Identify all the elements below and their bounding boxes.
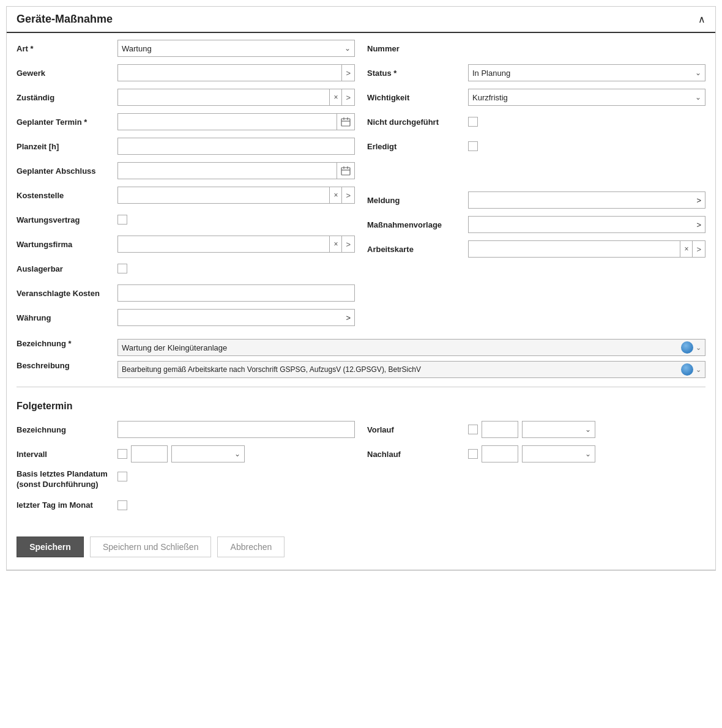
art-value: Wartung bbox=[122, 44, 152, 53]
planzeit-input[interactable]: 2,00 bbox=[117, 138, 355, 155]
nummer-label: Nummer bbox=[367, 44, 468, 53]
waehrung-arrow-icon: > bbox=[346, 313, 351, 322]
wichtigkeit-label: Wichtigkeit bbox=[367, 93, 468, 102]
zustaendig-arrow-icon[interactable]: > bbox=[341, 89, 354, 105]
zustaendig-label: Zuständig bbox=[17, 93, 117, 102]
massnahmenvorlage-field[interactable]: > bbox=[468, 216, 705, 233]
abbrechen-button[interactable]: Abbrechen bbox=[217, 537, 285, 557]
arbeitskarte-arrow-icon[interactable]: > bbox=[692, 241, 705, 257]
letzter-tag-checkbox[interactable] bbox=[117, 500, 127, 510]
nicht-durchgefuehrt-checkbox[interactable] bbox=[468, 117, 478, 127]
planzeit-label: Planzeit [h] bbox=[17, 142, 117, 151]
auslagerbar-label: Auslagerbar bbox=[17, 264, 117, 273]
bezeichnung-value: Wartung der Kleingüteranlage bbox=[122, 343, 676, 352]
wartungsfirma-arrow-icon[interactable]: > bbox=[341, 236, 354, 252]
veranschlagte-kosten-input[interactable] bbox=[117, 284, 355, 302]
bezeichnung-chevron-icon: ⌄ bbox=[696, 344, 701, 352]
geplanter-abschluss-calendar-icon[interactable] bbox=[337, 163, 354, 179]
geplanter-termin-calendar-icon[interactable] bbox=[337, 114, 354, 130]
kostenstelle-label: Kostenstelle bbox=[17, 191, 117, 200]
status-select[interactable]: In Planung ⌄ bbox=[468, 64, 705, 81]
geplanter-abschluss-input[interactable] bbox=[118, 163, 337, 179]
bezeichnung-field[interactable]: Wartung der Kleingüteranlage ⌄ bbox=[117, 339, 705, 356]
arbeitskarte-clear-icon[interactable]: × bbox=[680, 241, 692, 257]
massnahmenvorlage-label: Maßnahmenvorlage bbox=[367, 220, 468, 229]
gewerk-label: Gewerk bbox=[17, 69, 117, 78]
arbeitskarte-field: Aufzüge × > bbox=[468, 240, 705, 258]
speichern-button[interactable]: Speichern bbox=[17, 537, 84, 557]
geplanter-termin-input[interactable]: 15.03.2019 11:00 bbox=[118, 114, 337, 130]
art-label: Art * bbox=[17, 44, 117, 53]
zustaendig-clear-icon[interactable]: × bbox=[329, 89, 341, 105]
intervall-unit-select[interactable]: ⌄ bbox=[171, 445, 245, 462]
meldung-arrow-icon: > bbox=[696, 196, 701, 205]
nicht-durchgefuehrt-label: Nicht durchgeführt bbox=[367, 117, 468, 127]
waehrung-field[interactable]: > bbox=[117, 309, 355, 326]
nachlauf-unit-chevron-icon: ⌄ bbox=[585, 450, 591, 458]
beschreibung-field[interactable]: Bearbeitung gemäß Arbeitskarte nach Vors… bbox=[117, 361, 705, 378]
vorlauf-checkbox[interactable] bbox=[468, 425, 478, 434]
nachlauf-checkbox[interactable] bbox=[468, 449, 478, 459]
wichtigkeit-value: Kurzfristig bbox=[472, 93, 508, 102]
wartungsfirma-clear-icon[interactable]: × bbox=[329, 236, 341, 252]
status-label: Status * bbox=[367, 69, 468, 78]
wartungsfirma-input[interactable]: German Inspect bbox=[118, 236, 329, 252]
kostenstelle-clear-icon[interactable]: × bbox=[329, 187, 341, 203]
meldung-label: Meldung bbox=[367, 196, 468, 205]
bezeichnung-label: Bezeichnung * bbox=[17, 339, 117, 348]
wichtigkeit-chevron-icon: ⌄ bbox=[695, 93, 701, 102]
folgetermin-intervall-label: Intervall bbox=[17, 450, 117, 459]
status-value: In Planung bbox=[472, 69, 510, 78]
kostenstelle-input[interactable]: 7001020, Parkhaus bbox=[118, 187, 329, 203]
gewerk-input[interactable]: Parksysteme, Fahrtreppen bbox=[118, 65, 341, 81]
gewerk-arrow-icon[interactable]: > bbox=[341, 65, 354, 81]
geplanter-abschluss-field bbox=[117, 162, 355, 179]
intervall-checkbox[interactable] bbox=[117, 449, 127, 459]
bezeichnung-globe-icon[interactable] bbox=[681, 341, 693, 354]
erledigt-checkbox[interactable] bbox=[468, 141, 478, 151]
veranschlagte-kosten-label: Veranschlagte Kosten bbox=[17, 289, 117, 298]
arbeitskarte-label: Arbeitskarte bbox=[367, 245, 468, 254]
meldung-field[interactable]: > bbox=[468, 191, 705, 209]
beschreibung-chevron-icon: ⌄ bbox=[696, 366, 701, 374]
wartungsvertrag-label: Wartungsvertrag bbox=[17, 215, 117, 225]
nachlauf-label: Nachlauf bbox=[367, 450, 468, 459]
wartungsfirma-label: Wartungsfirma bbox=[17, 240, 117, 249]
vorlauf-value-input[interactable] bbox=[482, 421, 518, 438]
beschreibung-globe-icon[interactable] bbox=[681, 363, 693, 376]
zustaendig-input[interactable]: Kirsten, Stephan bbox=[118, 89, 329, 105]
vorlauf-label: Vorlauf bbox=[367, 425, 468, 434]
nachlauf-value-input[interactable] bbox=[482, 445, 518, 462]
auslagerbar-checkbox[interactable] bbox=[117, 264, 127, 273]
folgetermin-title: Folgetermin bbox=[7, 393, 715, 414]
gewerk-field: Parksysteme, Fahrtreppen > bbox=[117, 64, 355, 81]
art-chevron-icon: ⌄ bbox=[344, 44, 351, 53]
geplanter-termin-label: Geplanter Termin * bbox=[17, 117, 117, 127]
beschreibung-label: Beschreibung bbox=[17, 361, 117, 370]
basis-plandatum-checkbox[interactable] bbox=[117, 472, 127, 481]
folgetermin-bezeichnung-input[interactable] bbox=[117, 421, 355, 438]
speichern-schliessen-button[interactable]: Speichern und Schließen bbox=[90, 537, 211, 557]
basis-plandatum-label: Basis letztes Plandatum (sonst Durchführ… bbox=[17, 469, 117, 490]
nachlauf-unit-select[interactable]: ⌄ bbox=[522, 445, 595, 462]
waehrung-label: Währung bbox=[17, 313, 117, 322]
wartungsfirma-field: German Inspect × > bbox=[117, 236, 355, 253]
geplanter-termin-field: 15.03.2019 11:00 bbox=[117, 113, 355, 130]
intervall-value-input[interactable] bbox=[131, 445, 168, 462]
kostenstelle-arrow-icon[interactable]: > bbox=[341, 187, 354, 203]
vorlauf-unit-select[interactable]: ⌄ bbox=[522, 421, 595, 438]
section-title: Geräte-Maßnahme bbox=[17, 13, 113, 26]
svg-rect-4 bbox=[341, 168, 350, 175]
kostenstelle-field: 7001020, Parkhaus × > bbox=[117, 187, 355, 204]
intervall-unit-chevron-icon: ⌄ bbox=[234, 450, 240, 458]
wartungsvertrag-checkbox[interactable] bbox=[117, 215, 127, 225]
art-select[interactable]: Wartung ⌄ bbox=[117, 40, 355, 57]
letzter-tag-label: letzter Tag im Monat bbox=[17, 500, 117, 510]
folgetermin-bezeichnung-label: Bezeichnung bbox=[17, 425, 117, 434]
status-chevron-icon: ⌄ bbox=[695, 69, 701, 77]
wichtigkeit-select[interactable]: Kurzfristig ⌄ bbox=[468, 89, 705, 106]
collapse-icon[interactable]: ∧ bbox=[698, 13, 705, 25]
zustaendig-field: Kirsten, Stephan × > bbox=[117, 89, 355, 106]
massnahmenvorlage-arrow-icon: > bbox=[696, 220, 701, 229]
arbeitskarte-input[interactable]: Aufzüge bbox=[469, 241, 680, 257]
